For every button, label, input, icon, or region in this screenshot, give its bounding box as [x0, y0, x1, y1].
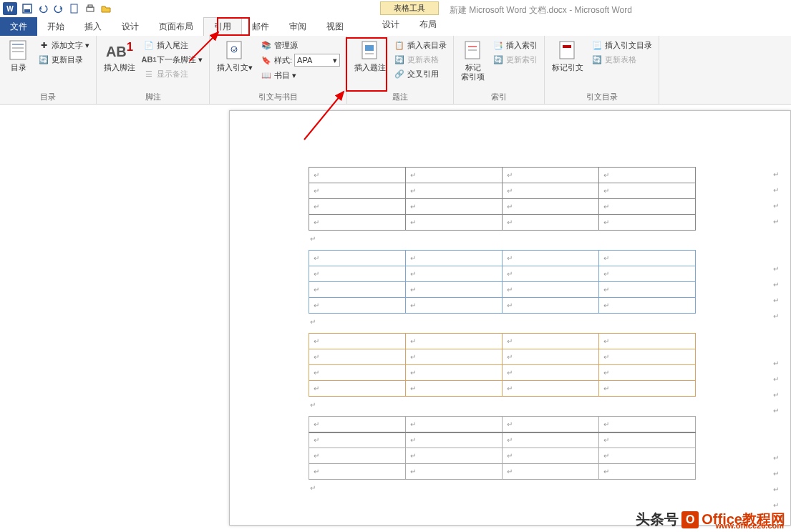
insert-caption-button[interactable]: 插入题注: [351, 37, 389, 74]
group-toa: 标记引文 📃插入引文目录 🔄更新表格 引文目录: [545, 36, 659, 104]
next-footnote-label: 下一条脚注: [157, 54, 196, 65]
update-table-icon: 🔄: [394, 54, 405, 65]
next-footnote-icon: AB1: [143, 54, 155, 65]
watermark: 头条号 O Office教程网 www.office26.com: [636, 510, 785, 529]
document-area: ↵↵↵↵ ↵↵↵↵ ↵↵↵↵ ↵↵↵↵ ↵ ↵↵↵↵ ↵↵↵↵ ↵↵↵↵ ↵↵↵…: [0, 105, 791, 532]
bibliography-button[interactable]: 📖书目 ▾: [258, 69, 342, 82]
mark-entry-label: 标记 索引项: [461, 63, 485, 82]
table-1[interactable]: ↵↵↵↵ ↵↵↵↵ ↵↵↵↵ ↵↵↵↵: [309, 167, 696, 231]
bibliography-label: 书目: [274, 70, 290, 81]
insert-endnote-label: 插入尾注: [157, 40, 188, 51]
open-icon[interactable]: [100, 3, 112, 14]
next-footnote-button[interactable]: AB1下一条脚注 ▾: [141, 53, 205, 66]
table-4[interactable]: ↵↵↵↵ ↵↵↵↵ ↵↵↵↵ ↵↵↵↵: [309, 416, 696, 480]
group-index: 标记 索引项 📑插入索引 🔄更新索引 索引: [454, 36, 545, 104]
group-toc-label: 目录: [4, 90, 92, 104]
group-captions-label: 题注: [351, 90, 449, 104]
group-citations-label: 引文与书目: [214, 90, 342, 104]
mark-citation-button[interactable]: 标记引文: [549, 37, 586, 74]
print-icon[interactable]: [84, 3, 96, 14]
tab-table-layout[interactable]: 布局: [409, 15, 447, 34]
svg-rect-18: [563, 45, 571, 48]
cross-ref-label: 交叉引用: [407, 69, 439, 79]
cross-ref-button[interactable]: 🔗交叉引用: [392, 67, 449, 80]
table-2[interactable]: ↵↵↵↵ ↵↵↵↵ ↵↵↵↵ ↵↵↵↵: [309, 250, 696, 314]
update-toa-label: 更新表格: [605, 54, 636, 65]
tab-file[interactable]: 文件: [0, 17, 37, 36]
show-notes-icon: ☰: [143, 68, 155, 79]
watermark-url: www.office26.com: [715, 521, 784, 530]
update-toc-label: 更新目录: [52, 54, 83, 65]
insert-index-label: 插入索引: [506, 40, 538, 51]
update-toc-button[interactable]: 🔄更新目录: [36, 53, 92, 66]
insert-footnote-label: 插入脚注: [104, 63, 135, 72]
group-footnotes: AB1 插入脚注 📄插入尾注 AB1下一条脚注 ▾ ☰显示备注 脚注: [97, 36, 210, 104]
mark-citation-label: 标记引文: [552, 63, 583, 72]
manage-sources-button[interactable]: 📚管理源: [258, 39, 342, 52]
insert-toa-icon: 📃: [591, 39, 603, 51]
style-selector[interactable]: 🔖样式: APA▾: [258, 53, 342, 67]
insert-toa-label: 插入引文目录: [605, 40, 652, 51]
insert-footnote-button[interactable]: AB1 插入脚注: [101, 37, 138, 74]
add-text-label: 添加文字: [52, 40, 83, 51]
tab-references[interactable]: 引用: [203, 17, 242, 36]
update-toa-button: 🔄更新表格: [589, 53, 654, 66]
table-3[interactable]: ↵↵↵↵ ↵↵↵↵ ↵↵↵↵ ↵↵↵↵: [309, 333, 696, 397]
group-index-label: 索引: [458, 90, 540, 104]
group-captions: 插入题注 📋插入表目录 🔄更新表格 🔗交叉引用 题注: [347, 36, 454, 104]
insert-tof-label: 插入表目录: [407, 40, 447, 51]
show-notes-button: ☰显示备注: [141, 67, 205, 80]
table-tools-contextual: 表格工具 设计 布局: [372, 1, 447, 34]
bibliography-icon: 📖: [261, 69, 272, 81]
group-footnotes-label: 脚注: [101, 90, 205, 104]
update-toa-icon: 🔄: [591, 54, 603, 65]
toc-label: 目录: [11, 63, 26, 72]
insert-endnote-button[interactable]: 📄插入尾注: [141, 39, 205, 52]
show-notes-label: 显示备注: [157, 69, 188, 79]
style-dropdown[interactable]: APA▾: [294, 54, 340, 67]
tab-table-design[interactable]: 设计: [372, 15, 409, 34]
tab-design[interactable]: 设计: [112, 17, 149, 36]
context-header: 表格工具: [380, 1, 439, 15]
redo-icon[interactable]: [53, 3, 64, 14]
caption-icon: [359, 39, 382, 62]
footnote-icon: AB1: [108, 39, 131, 62]
insert-index-button[interactable]: 📑插入索引: [490, 39, 540, 52]
save-icon[interactable]: [21, 3, 33, 14]
insert-citation-label: 插入引文▾: [217, 63, 253, 72]
update-index-button: 🔄更新索引: [490, 53, 540, 66]
toc-button[interactable]: 目录: [4, 37, 33, 74]
group-citations: 插入引文▾ 📚管理源 🔖样式: APA▾ 📖书目 ▾ 引文与书目: [210, 36, 347, 104]
cross-ref-icon: 🔗: [394, 68, 405, 79]
add-text-icon: ✚: [38, 39, 49, 51]
tab-insert[interactable]: 插入: [74, 17, 112, 36]
manage-sources-icon: 📚: [261, 39, 272, 51]
svg-rect-3: [87, 7, 94, 11]
endnote-icon: 📄: [143, 39, 155, 51]
new-icon[interactable]: [69, 3, 80, 14]
add-text-button[interactable]: ✚添加文字 ▾: [36, 39, 92, 52]
tab-page-layout[interactable]: 页面布局: [149, 17, 203, 36]
insert-toa-button[interactable]: 📃插入引文目录: [589, 39, 654, 52]
tab-review[interactable]: 审阅: [279, 17, 316, 36]
svg-rect-5: [10, 41, 26, 59]
insert-tof-button[interactable]: 📋插入表目录: [392, 39, 449, 52]
insert-citation-button[interactable]: 插入引文▾: [214, 37, 256, 74]
update-table-label: 更新表格: [407, 54, 439, 65]
group-toa-label: 引文目录: [549, 90, 654, 104]
style-icon: 🔖: [261, 54, 272, 66]
tab-view[interactable]: 视图: [316, 17, 354, 36]
window-title: 新建 Microsoft Word 文档.docx - Microsoft Wo…: [450, 4, 632, 16]
undo-icon[interactable]: [37, 3, 49, 14]
tab-mailings[interactable]: 邮件: [242, 17, 279, 36]
mark-entry-button[interactable]: 标记 索引项: [458, 37, 487, 83]
office-logo-icon: O: [681, 511, 699, 528]
page[interactable]: ↵↵↵↵ ↵↵↵↵ ↵↵↵↵ ↵↵↵↵ ↵ ↵↵↵↵ ↵↵↵↵ ↵↵↵↵ ↵↵↵…: [229, 110, 791, 526]
update-index-icon: 🔄: [492, 54, 504, 65]
word-app-icon: W: [3, 2, 17, 15]
tab-home[interactable]: 开始: [37, 17, 74, 36]
svg-rect-9: [227, 42, 241, 59]
svg-rect-1: [24, 9, 30, 12]
update-table-button: 🔄更新表格: [392, 53, 449, 66]
ribbon: 目录 ✚添加文字 ▾ 🔄更新目录 目录 AB1 插入脚注 📄插入尾注 AB1下一…: [0, 36, 791, 105]
